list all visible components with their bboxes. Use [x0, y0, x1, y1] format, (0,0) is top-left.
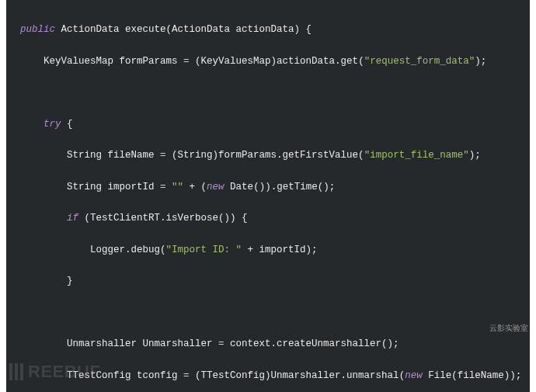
- code-line: [6, 85, 530, 100]
- code-line: if (TestClientRT.isVerbose()) {: [6, 210, 530, 226]
- code-line: KeyValuesMap formParams = (KeyValuesMap)…: [6, 54, 530, 69]
- code-line: Unmarshaller Unmarshaller = context.crea…: [6, 336, 530, 352]
- code-line: String fileName = (String)formParams.get…: [6, 147, 530, 163]
- code-line: String importId = "" + (new Date()).getT…: [6, 179, 530, 195]
- code-line: }: [6, 273, 530, 289]
- code-block-top: public ActionData execute(ActionData act…: [6, 0, 530, 392]
- logo-bars-icon: [9, 363, 23, 380]
- code-line: public ActionData execute(ActionData act…: [6, 22, 530, 37]
- code-line: try {: [6, 116, 530, 132]
- watermark-logo: REEBUF: [9, 358, 100, 386]
- code-line: Logger.debug("Import ID: " + importId);: [6, 242, 530, 258]
- watermark-label: 云影实验室: [489, 322, 528, 335]
- logo-text: REEBUF: [28, 358, 100, 386]
- code-line: [6, 305, 530, 321]
